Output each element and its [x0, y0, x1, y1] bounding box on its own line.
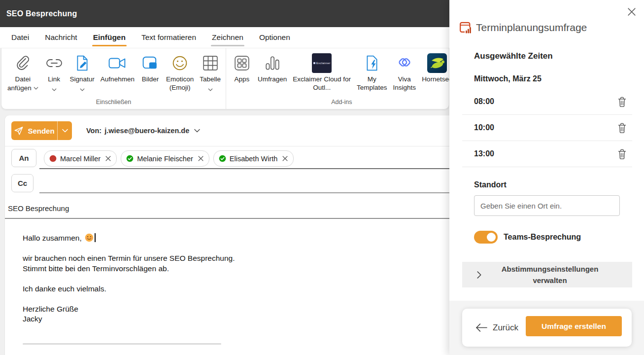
ribbon-item-label: Templates	[357, 83, 387, 92]
time-slot-list: 08:0010:0013:00	[462, 89, 632, 167]
recipient-name: Marcel Miller	[60, 155, 101, 163]
back-button-label: Zurück	[493, 323, 518, 333]
tab-nachricht[interactable]: Nachricht	[41, 27, 81, 48]
action-card: Zurück Umfrage erstellen	[462, 309, 632, 347]
recipient-name: Elisabeth Wirth	[230, 155, 278, 163]
chevron-down-icon	[194, 129, 200, 133]
signature-icon	[75, 51, 89, 75]
ribbon-item-attach-file[interactable]: Dateianfügen	[4, 51, 41, 92]
ribbon-group-label: Einschließen	[1, 98, 226, 109]
poll-icon	[265, 51, 280, 75]
ribbon-group-add-ins: AppsUmfragenExclaimerExclaimer Cloud for…	[226, 48, 457, 109]
to-button[interactable]: An	[11, 149, 36, 167]
ribbon-item-label: Insights	[393, 83, 416, 92]
ribbon-item-label: Datei	[15, 75, 31, 83]
send-button-label: Senden	[28, 127, 54, 135]
panel-header: Terminplanungsumfrage	[459, 21, 587, 34]
to-button-label: An	[19, 154, 29, 162]
from-address: j.wiese@buero-kaizen.de	[104, 127, 189, 135]
ribbon-item-record[interactable]: Aufnehmen	[98, 51, 137, 83]
recipient-chip[interactable]: Elisabeth Wirth	[213, 150, 294, 167]
chevron-down-icon	[80, 84, 85, 93]
table-icon	[203, 51, 218, 75]
ribbon-item-exclaimer[interactable]: ExclaimerExclaimer Cloud forOutl...	[290, 51, 354, 92]
remove-recipient-icon[interactable]	[105, 156, 111, 161]
ribbon-item-label: Hornetsec	[422, 75, 452, 83]
toggle-knob	[487, 233, 496, 242]
time-slot-row: 10:00	[462, 115, 632, 141]
ribbon-item-label: (Emoji)	[169, 83, 191, 92]
ribbon-item-pictures[interactable]: Bilder	[137, 51, 163, 83]
date-heading: Mittwoch, März 25	[474, 74, 542, 83]
ribbon-item-label: Apps	[235, 75, 250, 83]
body-line: Hallo zusammen,	[23, 233, 235, 244]
teams-meeting-label: Teams-Besprechung	[504, 233, 581, 242]
body-line: Ich danke euch vielmals.	[23, 284, 235, 294]
recipient-chip[interactable]: Marcel Miller	[44, 150, 117, 167]
recipient-name: Melanie Fleischer	[137, 155, 193, 163]
delete-time-icon[interactable]	[614, 120, 629, 135]
arrow-left-icon	[476, 323, 487, 332]
ribbon-item-viva-insights[interactable]: VivaInsights	[390, 51, 419, 92]
teams-meeting-row: Teams-Besprechung	[474, 231, 581, 244]
body-line: Jacky	[23, 314, 235, 324]
delete-time-icon[interactable]	[614, 94, 629, 109]
tab-text-formatieren[interactable]: Text formatieren	[137, 27, 200, 48]
body-line	[23, 294, 235, 304]
ribbon-item-label: Signatur	[70, 75, 95, 83]
tab-optionen[interactable]: Optionen	[255, 27, 294, 48]
ribbon-item-label: anfügen	[7, 83, 38, 92]
time-slot-row: 08:00	[462, 89, 632, 115]
ribbon-item-label: Tabelle	[200, 75, 221, 83]
body-line	[23, 244, 235, 254]
window-title: SEO Besprechung	[6, 0, 77, 27]
send-button[interactable]: Senden	[11, 121, 72, 140]
cc-button[interactable]: Cc	[11, 174, 34, 192]
tab-einfügen[interactable]: Einfügen	[89, 27, 130, 48]
tab-zeichnen[interactable]: Zeichnen	[208, 27, 247, 48]
presence-busy-icon	[49, 155, 57, 162]
ribbon-tab-bar: DateiNachrichtEinfügenText formatierenZe…	[0, 27, 449, 48]
ribbon-item-apps[interactable]: Apps	[229, 51, 255, 83]
exclaimer-icon: Exclaimer	[312, 51, 332, 75]
presence-available-icon	[126, 155, 134, 162]
teams-meeting-toggle[interactable]	[474, 231, 498, 244]
panel-title: Terminplanungsumfrage	[476, 22, 587, 34]
smiling-face-icon	[85, 233, 94, 245]
ribbon-item-signature[interactable]: Signatur	[67, 51, 98, 93]
send-options-button[interactable]	[57, 121, 72, 140]
body-line: wir brauchen noch einen Termin für unser…	[23, 253, 235, 264]
ribbon-item-label: Exclaimer Cloud for	[293, 75, 351, 83]
message-body[interactable]: Hallo zusammen, wir brauchen noch einen …	[23, 233, 235, 324]
manage-voting-settings-button[interactable]: Abstimmungseinstellungen verwalten	[462, 262, 632, 287]
ribbon-item-table[interactable]: Tabelle	[197, 51, 224, 93]
ribbon-item-emoji[interactable]: Emoticon(Emoji)	[163, 51, 197, 92]
send-button-main[interactable]: Senden	[11, 121, 57, 140]
video-icon	[108, 51, 126, 75]
back-button[interactable]: Zurück	[476, 309, 518, 347]
create-poll-button[interactable]: Umfrage erstellen	[526, 316, 622, 336]
remove-recipient-icon[interactable]	[198, 156, 203, 161]
tab-datei[interactable]: Datei	[7, 27, 33, 48]
template-bolt-icon	[365, 51, 379, 75]
location-input[interactable]	[474, 195, 620, 216]
delete-time-icon[interactable]	[614, 146, 629, 161]
text-cursor	[95, 233, 96, 242]
ribbon-item-link[interactable]: Link	[41, 51, 67, 93]
body-line	[23, 274, 235, 284]
from-selector[interactable]: Von: j.wiese@buero-kaizen.de	[86, 121, 200, 140]
emoji-gold-icon	[172, 51, 188, 75]
ribbon-item-polls[interactable]: Umfragen	[255, 51, 290, 83]
remove-recipient-icon[interactable]	[282, 156, 288, 161]
close-panel-button[interactable]	[626, 6, 638, 18]
location-label: Standort	[474, 180, 507, 189]
presence-available-icon	[219, 155, 226, 162]
subject-field[interactable]: SEO Besprechung	[8, 204, 69, 213]
from-label: Von:	[86, 127, 102, 135]
cc-button-label: Cc	[18, 179, 27, 187]
time-slot-value: 13:00	[474, 149, 614, 158]
paperclip-icon	[14, 51, 31, 75]
recipient-chip[interactable]: Melanie Fleischer	[121, 150, 209, 167]
time-slot-value: 10:00	[474, 123, 614, 132]
ribbon-item-my-templates[interactable]: MyTemplates	[354, 51, 390, 92]
